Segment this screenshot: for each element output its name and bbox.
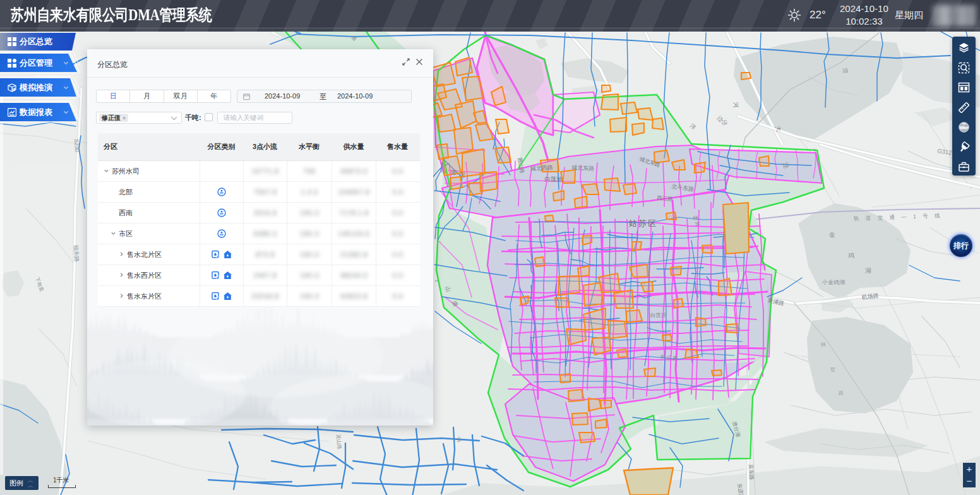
svg-text:泾: 泾 [721, 119, 728, 126]
svg-text:鸡: 鸡 [848, 252, 854, 259]
svg-text:河: 河 [455, 436, 463, 444]
svg-text:城北西路: 城北西路 [530, 164, 553, 172]
svg-text:吴东路: 吴东路 [748, 464, 755, 480]
svg-text:下甪直: 下甪直 [34, 277, 45, 294]
svg-text:澄: 澄 [842, 68, 849, 75]
svg-text:河: 河 [732, 102, 739, 108]
svg-text:灵山路: 灵山路 [335, 434, 342, 450]
svg-text:福东路: 福东路 [73, 245, 80, 262]
svg-text:墅: 墅 [830, 367, 835, 373]
svg-text:独: 独 [820, 342, 826, 347]
svg-text:湖: 湖 [865, 267, 871, 274]
svg-text:姑苏区: 姑苏区 [628, 218, 657, 228]
svg-text:小金鸡湖: 小金鸡湖 [822, 279, 845, 285]
svg-text:城北东路: 城北东路 [571, 164, 594, 172]
svg-text:洋: 洋 [689, 122, 697, 131]
svg-text:白莲池: 白莲池 [544, 176, 563, 182]
svg-text:G312: G312 [937, 147, 953, 156]
svg-text:白莲泾: 白莲泾 [650, 312, 667, 318]
svg-text:机场路: 机场路 [861, 292, 879, 301]
svg-text:金: 金 [828, 231, 835, 238]
svg-text:路: 路 [839, 390, 844, 396]
svg-text:S230: S230 [73, 139, 80, 153]
